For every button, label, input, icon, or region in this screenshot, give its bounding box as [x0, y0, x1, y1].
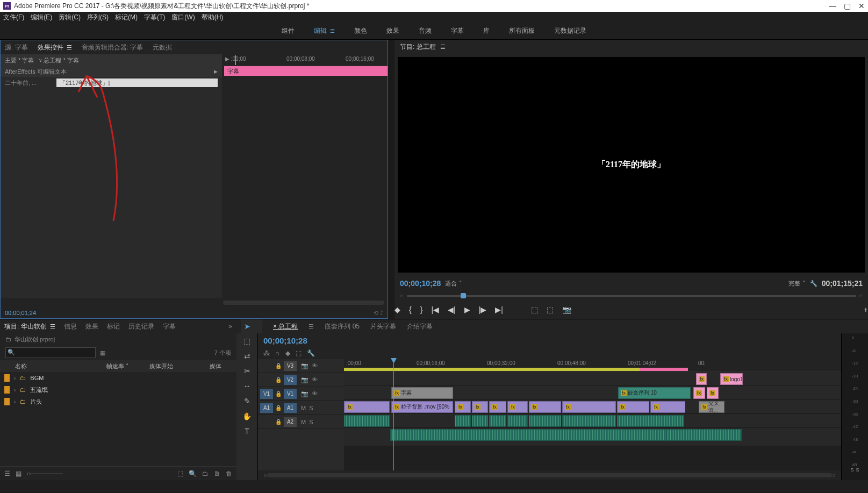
effect-section-aftereffects[interactable]: AfterEffects 可编辑文本 ▶ [1, 66, 222, 77]
lock-icon[interactable]: 🔒 [275, 363, 282, 369]
clip[interactable]: fx [507, 401, 528, 413]
clip[interactable] [562, 415, 616, 427]
lock-icon[interactable]: 🔒 [275, 419, 282, 425]
clip[interactable] [507, 415, 528, 427]
track-content[interactable]: ;00;00 00;00;16;00 00;00;32;00 00;00;48;… [344, 359, 841, 470]
workspace-tab-titles[interactable]: 字幕 [451, 26, 464, 35]
workspace-tab-allpanels[interactable]: 所有面板 [509, 26, 535, 35]
find-button[interactable]: 🔍 [189, 470, 197, 477]
project-row[interactable]: › 🗀 BGM [0, 372, 236, 384]
tab-effect-controls[interactable]: 效果控件 ☰ [38, 43, 72, 52]
eye-icon[interactable]: 👁 [312, 390, 318, 397]
step-back-button[interactable]: ◀| [448, 305, 456, 314]
hamburger-icon[interactable]: ☰ [440, 44, 446, 51]
lock-icon[interactable]: 🔒 [275, 405, 282, 411]
mini-ruler[interactable]: ▶ ;00;00 00;00;08;00 00;00;16;00 [222, 54, 388, 66]
menu-marker[interactable]: 标记(M) [115, 13, 138, 22]
wrench-icon[interactable]: 🔧 [810, 280, 817, 287]
track-select-tool[interactable]: ⬚ [241, 335, 254, 346]
selection-tool[interactable]: ➤ [241, 321, 254, 332]
tab-markers[interactable]: 标记 [107, 322, 120, 331]
source-patch-v1[interactable]: V1 [260, 389, 273, 399]
clip[interactable]: fx [344, 401, 390, 413]
program-scrub[interactable]: ○ ○ [394, 291, 868, 301]
chevron-right-icon[interactable]: › [14, 375, 16, 381]
new-item-button[interactable]: 🗎 [214, 470, 220, 477]
tab-audio-clip-mixer[interactable]: 音频剪辑混合器: 字幕 [82, 43, 144, 52]
clip[interactable]: fx [472, 401, 488, 413]
clip[interactable] [472, 415, 488, 427]
clip[interactable]: fx [617, 401, 649, 413]
col-media-start[interactable]: 媒体开始 [149, 362, 173, 370]
settings-icon[interactable]: ⬚ [296, 349, 302, 357]
effect-scrollbar[interactable] [223, 301, 384, 305]
list-view-button[interactable]: ☰ [4, 470, 10, 477]
track-header-a1[interactable]: A1 🔒 A1 MS [258, 401, 344, 415]
add-button[interactable]: + [864, 305, 868, 314]
lock-icon[interactable]: 🔒 [275, 377, 282, 383]
menu-title[interactable]: 字幕(T) [144, 13, 165, 22]
hand-tool[interactable]: ✋ [241, 411, 254, 421]
clip[interactable]: fx [562, 401, 616, 413]
lift-button[interactable]: ⬚ [531, 305, 538, 314]
clip[interactable]: fx粒子背景 .mov [90% [391, 401, 453, 413]
timeline-timecode[interactable]: 00;00;10;28 [263, 336, 307, 345]
icon-view-button[interactable]: ▦ [16, 470, 21, 477]
tab-titles[interactable]: 字幕 [163, 322, 176, 331]
workspace-tab-color[interactable]: 颜色 [354, 26, 367, 35]
menu-file[interactable]: 文件(F) [3, 13, 24, 22]
workspace-tab-metadata[interactable]: 元数据记录 [554, 26, 586, 35]
workspace-tab-libraries[interactable]: 库 [483, 26, 490, 35]
project-row[interactable]: › 🗀 五流氓 [0, 384, 236, 396]
chevron-right-icon[interactable]: › [14, 399, 16, 405]
clip[interactable]: fx字幕 [391, 387, 453, 399]
clip[interactable]: fx [455, 401, 471, 413]
clip[interactable] [529, 415, 561, 427]
track-v1-content[interactable]: fxfx粒子背景 .mov [90%fxfxfxfxfxfxfxfxfx交叉溶.… [344, 400, 841, 414]
clip[interactable]: fx字幕 [696, 373, 707, 385]
program-timecode[interactable]: 00;00;10;28 [400, 279, 441, 288]
sequence-tab-intro[interactable]: 介绍字幕 [407, 322, 433, 331]
new-bin-button[interactable]: 🗀 [202, 470, 209, 477]
project-row[interactable]: › 🗀 片头 [0, 396, 236, 408]
filter-icon[interactable]: ▦ [100, 349, 105, 356]
mark-in-button[interactable]: ◆ [394, 305, 400, 314]
tab-metadata[interactable]: 元数据 [153, 43, 172, 52]
go-to-in-button[interactable]: |◀ [431, 305, 439, 314]
mark-clip-button[interactable]: } [420, 305, 423, 314]
clip[interactable]: fx [529, 401, 561, 413]
marker-icon[interactable]: ◆ [285, 349, 290, 357]
type-tool[interactable]: T [241, 426, 254, 437]
toggle-output-icon[interactable]: 📷 [301, 390, 309, 397]
link-icon[interactable]: ∩ [275, 349, 280, 357]
pen-tool[interactable]: ✎ [241, 396, 254, 406]
tab-info[interactable]: 信息 [64, 322, 77, 331]
tab-history[interactable]: 历史记录 [128, 322, 154, 331]
extract-button[interactable]: ⬚ [547, 305, 554, 314]
eye-icon[interactable]: 👁 [312, 362, 318, 369]
clip[interactable]: fx [693, 387, 705, 399]
snap-icon[interactable]: ⁂ [263, 349, 270, 357]
wrench-icon[interactable]: 🔧 [307, 349, 315, 357]
toggle-output-icon[interactable]: 📷 [301, 376, 309, 383]
chevron-right-icon[interactable]: › [14, 387, 16, 393]
maximize-button[interactable]: ▢ [844, 2, 851, 10]
eye-icon[interactable]: 👁 [312, 376, 318, 383]
track-header-v3[interactable]: 🔒 V3 📷👁 [258, 359, 344, 373]
solo-left-button[interactable]: S [850, 467, 853, 478]
go-to-out-button[interactable]: ▶| [495, 305, 503, 314]
clip[interactable] [344, 415, 390, 427]
clip[interactable]: fx [489, 401, 506, 413]
playhead[interactable] [393, 359, 394, 470]
mark-out-button[interactable]: { [409, 305, 412, 314]
tab-project[interactable]: 项目: 华山软创 ☰ [4, 322, 55, 331]
zoom-slider[interactable]: ○─────── [27, 470, 63, 477]
sequence-tab-nested[interactable]: 嵌套序列 05 [325, 322, 360, 331]
solo-right-button[interactable]: S [856, 467, 859, 478]
clip[interactable] [489, 415, 506, 427]
clip[interactable]: fx [650, 401, 685, 413]
track-header-a2[interactable]: 🔒 A2 MS [258, 415, 344, 429]
timeline-zoom[interactable]: ○○ [258, 470, 841, 480]
clip[interactable]: fx嵌套序列 10 [618, 387, 691, 399]
mini-clip[interactable]: 字幕 [224, 66, 388, 76]
